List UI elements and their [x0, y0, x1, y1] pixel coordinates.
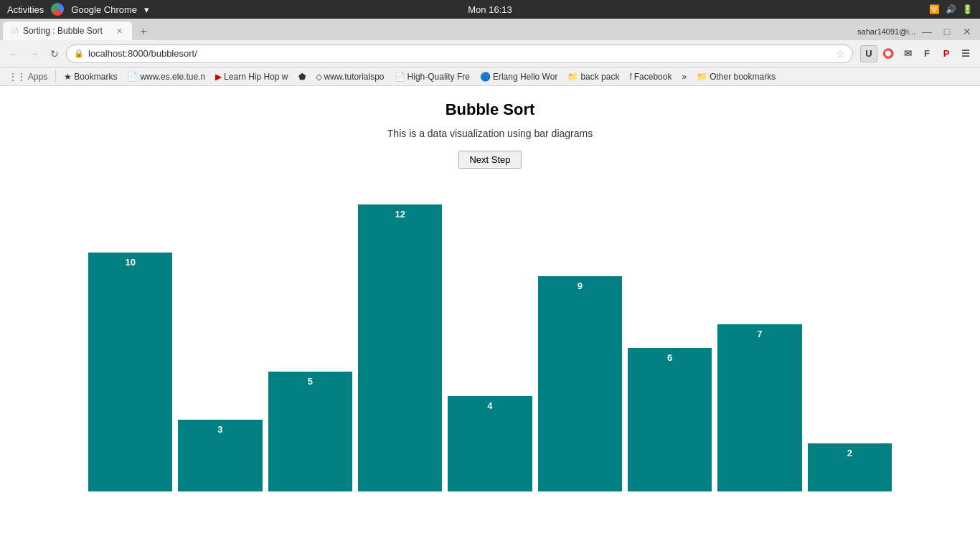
- tab-close-button[interactable]: ✕: [113, 25, 125, 37]
- wifi-icon: 🛜: [929, 4, 940, 14]
- f-ext-button[interactable]: F: [918, 45, 936, 62]
- bookmark-facebook-label: Facebook: [634, 72, 672, 82]
- bookmark-bookmarks[interactable]: ★ Bookmarks: [60, 70, 121, 83]
- bar-wrapper: 5: [268, 372, 352, 491]
- opera-ext-button[interactable]: ⭕: [880, 45, 897, 62]
- bar-wrapper: 4: [448, 396, 532, 491]
- page-info-icon: 🔒: [74, 49, 84, 58]
- window-controls: sahar14091@i... — □ ✕: [857, 23, 980, 40]
- active-tab[interactable]: 📄 Sorting : Bubble Sort ✕: [3, 22, 132, 40]
- chart-bar: 9: [538, 276, 622, 491]
- bar-wrapper: 2: [808, 443, 892, 491]
- bookmarks-bar: ⋮⋮ Apps ★ Bookmarks 📄 www.es.ele.tue.n ▶…: [0, 67, 980, 86]
- url-display: localhost:8000/bubblesort/: [88, 48, 831, 59]
- ubiquity-ext-button[interactable]: U: [860, 45, 877, 62]
- tab-favicon-icon: 📄: [10, 27, 19, 35]
- chart-bar: 4: [448, 396, 532, 491]
- bookmark-es-ele[interactable]: 📄 www.es.ele.tue.n: [123, 70, 209, 83]
- bookmark-icon1[interactable]: ⬟: [294, 70, 310, 83]
- chart-bar: 12: [358, 204, 442, 491]
- facebook-icon: f: [629, 72, 631, 82]
- apps-label: Apps: [28, 72, 47, 82]
- bookmark-tutorials-label: www.tutorialspo: [324, 72, 385, 82]
- bookmark-separator: [55, 71, 56, 83]
- bar-wrapper: 12: [358, 204, 442, 491]
- bar-value-label: 3: [217, 424, 222, 435]
- bar-value-label: 12: [395, 209, 405, 220]
- bookmark-star-icon[interactable]: ☆: [836, 48, 845, 60]
- bookmark-other[interactable]: 📁 Other bookmarks: [692, 70, 780, 83]
- tab-bar: 📄 Sorting : Bubble Sort ✕ + sahar14091@i…: [0, 19, 980, 40]
- dropdown-arrow-icon: ▾: [144, 4, 149, 15]
- apps-bookmark[interactable]: ⋮⋮ Apps: [4, 70, 52, 83]
- bookmark-backpack-label: back pack: [580, 72, 619, 82]
- mail-ext-button[interactable]: ✉: [899, 45, 916, 62]
- bookmark-more[interactable]: »: [677, 70, 691, 83]
- folder2-icon: 📁: [697, 72, 707, 82]
- minimize-button[interactable]: —: [918, 23, 936, 40]
- close-button[interactable]: ✕: [958, 23, 976, 40]
- chart-bar: 5: [268, 372, 352, 491]
- bookmark-hq[interactable]: 📄 High-Quality Fre: [390, 70, 474, 83]
- bookmark-label: Bookmarks: [74, 72, 117, 82]
- chrome-logo-icon: [51, 3, 64, 16]
- bar-wrapper: 10: [88, 253, 172, 491]
- chart-bar: 3: [178, 420, 262, 491]
- bar-wrapper: 7: [717, 324, 801, 491]
- bar-value-label: 6: [667, 352, 672, 363]
- erlang-icon: 🔵: [480, 72, 491, 82]
- circle-icon: ⬟: [298, 72, 306, 82]
- volume-icon: 🔊: [946, 4, 956, 14]
- bookmark-erlang-label: Erlang Hello Wor: [493, 72, 557, 82]
- browser-name-label: Google Chrome: [71, 4, 137, 15]
- activities-label[interactable]: Activities: [7, 4, 44, 15]
- bar-chart: 10351249672: [60, 190, 920, 491]
- bookmark-es-label: www.es.ele.tue.n: [140, 72, 205, 82]
- pinterest-ext-button[interactable]: P: [938, 45, 955, 62]
- star-bookmark-icon: ★: [64, 72, 72, 82]
- new-tab-area: +: [135, 23, 152, 40]
- navigation-bar: ← → ↻ 🔒 localhost:8000/bubblesort/ ☆ U ⭕…: [0, 40, 980, 67]
- page-title: Bubble Sort: [446, 100, 535, 119]
- bar-value-label: 9: [578, 281, 583, 291]
- bookmark-hiphop-label: Learn Hip Hop w: [224, 72, 288, 82]
- doc-icon: 📄: [127, 72, 138, 82]
- bookmark-other-label: Other bookmarks: [710, 72, 776, 82]
- address-bar[interactable]: 🔒 localhost:8000/bubblesort/ ☆: [66, 44, 853, 63]
- chart-bar: 10: [88, 253, 172, 491]
- bookmark-tutorialspo[interactable]: ◇ www.tutorialspo: [311, 70, 389, 83]
- user-info-label: sahar14091@i...: [857, 27, 915, 36]
- bar-value-label: 5: [308, 376, 313, 387]
- browser-window: 📄 Sorting : Bubble Sort ✕ + sahar14091@i…: [0, 19, 980, 551]
- os-topbar: Activities Google Chrome ▾ Mon 16:13 🛜 🔊…: [0, 0, 980, 19]
- more-bookmarks-icon: »: [682, 72, 687, 82]
- chart-bar: 6: [628, 348, 712, 491]
- tab-title: Sorting : Bubble Sort: [23, 26, 103, 36]
- reload-button[interactable]: ↻: [46, 45, 63, 62]
- new-tab-button[interactable]: +: [135, 23, 152, 40]
- bookmark-erlang[interactable]: 🔵 Erlang Hello Wor: [476, 70, 562, 83]
- maximize-button[interactable]: □: [938, 23, 956, 40]
- folder-icon: 📁: [567, 72, 578, 82]
- next-step-button[interactable]: Next Step: [458, 151, 521, 169]
- bar-wrapper: 6: [628, 348, 712, 491]
- bookmark-learn-hiphop[interactable]: ▶ Learn Hip Hop w: [211, 70, 292, 83]
- doc2-icon: 📄: [395, 72, 405, 82]
- apps-grid-icon: ⋮⋮: [9, 72, 26, 82]
- page-subtitle: This is a data visualization using bar d…: [387, 128, 593, 139]
- youtube-icon: ▶: [215, 72, 222, 82]
- battery-icon: 🔋: [962, 4, 973, 14]
- page-content: Bubble Sort This is a data visualization…: [0, 86, 980, 551]
- bar-value-label: 4: [487, 400, 492, 411]
- menu-button[interactable]: ☰: [957, 45, 974, 62]
- bar-value-label: 7: [757, 329, 762, 339]
- nav-extensions: U ⭕ ✉ F P ☰: [860, 45, 974, 62]
- bar-value-label: 10: [125, 257, 135, 268]
- chart-bar: 2: [808, 443, 892, 491]
- forward-button[interactable]: →: [26, 45, 43, 62]
- bookmark-hq-label: High-Quality Fre: [407, 72, 470, 82]
- diamond-icon: ◇: [316, 72, 322, 82]
- back-button[interactable]: ←: [6, 45, 23, 62]
- bookmark-facebook[interactable]: f Facebook: [625, 70, 676, 83]
- bookmark-backpack[interactable]: 📁 back pack: [563, 70, 623, 83]
